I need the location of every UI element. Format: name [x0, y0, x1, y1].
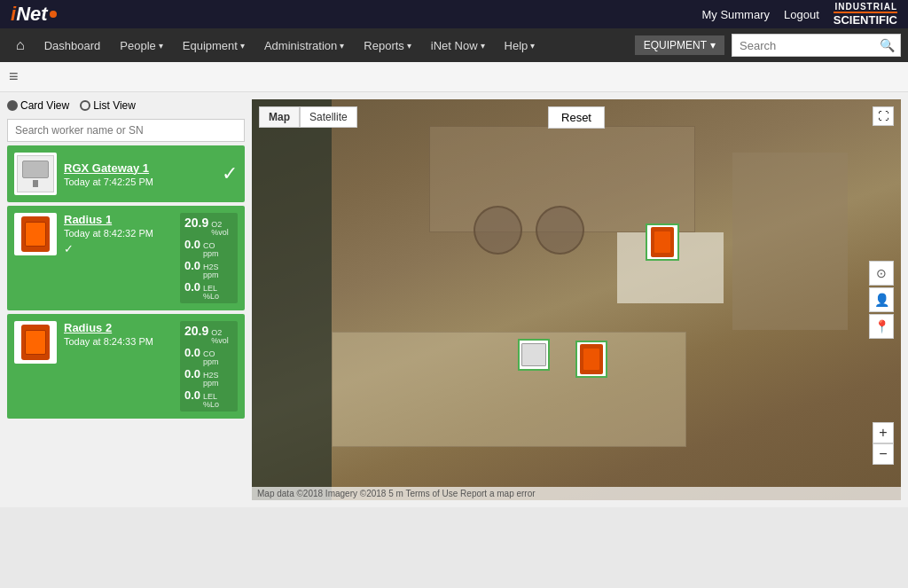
gateway-info: RGX Gateway 1 Today at 7:42:25 PM: [64, 161, 215, 187]
administration-arrow-icon: ▾: [340, 41, 344, 51]
zoom-out-btn[interactable]: −: [873, 443, 894, 465]
radius1-map-marker[interactable]: [646, 223, 679, 261]
gateway-time: Today at 7:42:25 PM: [64, 176, 215, 187]
top-header: i Net My Summary Logout INDUSTRIAL SCIEN…: [0, 0, 908, 28]
map-view-toggle: Map Satellite: [259, 106, 357, 128]
list-view-radio[interactable]: [80, 100, 90, 111]
equipment-dropdown-arrow: ▾: [710, 39, 716, 51]
logo: i Net: [11, 3, 57, 26]
gateway-device-image: [14, 153, 57, 195]
radius2-readings: 20.9 O2%vol 0.0 COppm 0.0 H2Sppm 0.0 LEL…: [180, 321, 238, 412]
menu-icon[interactable]: ≡: [9, 67, 19, 86]
main-content: Card View List View RGX Gateway 1 Today …: [0, 92, 908, 507]
radius2-time: Today at 8:24:33 PM: [64, 336, 173, 347]
map-side-controls: ⊙ 👤 📍: [869, 261, 894, 339]
search-box: 🔍: [732, 34, 901, 57]
search-button[interactable]: 🔍: [874, 35, 900, 56]
toolbar: ≡: [0, 62, 908, 92]
list-view-option[interactable]: List View: [80, 99, 136, 112]
equipment-dropdown-btn[interactable]: EQUIPMENT ▾: [635, 35, 724, 55]
radius1-readings: 20.9 O2%vol 0.0 COppm 0.0 H2Sppm 0.0 LEL…: [180, 213, 238, 303]
map-view-btn[interactable]: Map: [259, 106, 300, 128]
reading-co: 0.0 COppm: [184, 238, 233, 258]
people-arrow-icon: ▾: [159, 41, 163, 51]
nav-inet-now[interactable]: iNet Now ▾: [422, 34, 494, 58]
map-zoom-controls: + −: [873, 422, 894, 465]
inet-now-arrow-icon: ▾: [481, 41, 485, 51]
card-view-option[interactable]: Card View: [7, 99, 69, 112]
logout-link[interactable]: Logout: [784, 8, 819, 21]
gateway-name: RGX Gateway 1: [64, 161, 215, 175]
radius1-time: Today at 8:42:32 PM: [64, 228, 173, 239]
radius1-name: Radius 1: [64, 213, 173, 226]
industrial-scientific-logo: INDUSTRIAL SCIENTIFIC: [834, 2, 897, 27]
r2-reading-o2: 20.9 O2%vol: [184, 324, 233, 345]
map-pin-icon[interactable]: 📍: [869, 314, 894, 339]
nav-people[interactable]: People ▾: [111, 34, 171, 58]
radius1-device-image: [14, 213, 57, 255]
radius1-check: ✓: [64, 242, 173, 255]
map-target-icon[interactable]: ⊙: [869, 261, 894, 286]
satellite-view-btn[interactable]: Satellite: [300, 106, 357, 128]
radius2-card[interactable]: Radius 2 Today at 8:24:33 PM 20.9 O2%vol…: [7, 314, 245, 419]
map-reset-btn[interactable]: Reset: [548, 106, 605, 129]
reading-lel: 0.0 LEL%Lo: [184, 280, 233, 301]
r2-reading-h2s: 0.0 H2Sppm: [184, 367, 233, 388]
map-footer: Map data ©2018 Imagery ©2018 5 m Terms o…: [252, 487, 901, 500]
nav-bar: ⌂ Dashboard People ▾ Equipment ▾ Adminis…: [0, 28, 908, 62]
radius1-card[interactable]: Radius 1 Today at 8:42:32 PM ✓ 20.9 O2%v…: [7, 206, 245, 310]
zoom-in-btn[interactable]: +: [873, 422, 894, 443]
card-view-radio[interactable]: [7, 100, 18, 111]
nav-dashboard[interactable]: Dashboard: [35, 34, 110, 58]
nav-equipment[interactable]: Equipment ▾: [174, 34, 254, 58]
nav-right-section: EQUIPMENT ▾ 🔍: [635, 34, 901, 57]
map-people-icon[interactable]: 👤: [869, 287, 894, 312]
search-input[interactable]: [732, 35, 874, 56]
inet-logo: i Net: [11, 3, 57, 26]
map-container: Map Satellite Reset ⛶: [252, 99, 901, 500]
logo-dot: [50, 11, 57, 18]
my-summary-link[interactable]: My Summary: [701, 8, 770, 21]
view-toggle: Card View List View: [7, 99, 245, 112]
nav-reports[interactable]: Reports ▾: [355, 34, 420, 58]
reports-arrow-icon: ▾: [407, 41, 411, 51]
worker-search-input[interactable]: [7, 119, 245, 142]
radius1-info: Radius 1 Today at 8:42:32 PM ✓: [64, 213, 173, 255]
fullscreen-btn[interactable]: ⛶: [873, 106, 894, 126]
gateway-map-marker[interactable]: [518, 339, 550, 371]
r2-reading-lel: 0.0 LEL%Lo: [184, 388, 233, 409]
equipment-arrow-icon: ▾: [240, 41, 245, 51]
top-nav-right: My Summary Logout INDUSTRIAL SCIENTIFIC: [701, 2, 897, 27]
sidebar: Card View List View RGX Gateway 1 Today …: [7, 99, 245, 500]
gateway-card[interactable]: RGX Gateway 1 Today at 7:42:25 PM ✓: [7, 145, 245, 202]
radius2-map-marker[interactable]: [575, 341, 607, 378]
reading-o2: 20.9 O2%vol: [184, 216, 233, 237]
nav-help[interactable]: Help ▾: [496, 34, 544, 58]
radius2-info: Radius 2 Today at 8:24:33 PM: [64, 321, 173, 347]
reading-h2s: 0.0 H2Sppm: [184, 259, 233, 279]
help-arrow-icon: ▾: [530, 41, 535, 51]
map-aerial-view[interactable]: Map Satellite Reset ⛶: [252, 99, 901, 500]
nav-administration[interactable]: Administration ▾: [255, 34, 353, 58]
radius2-name: Radius 2: [64, 321, 173, 334]
gateway-check-icon: ✓: [222, 162, 238, 185]
home-nav-item[interactable]: ⌂: [7, 32, 34, 59]
radius2-device-image: [14, 321, 57, 364]
r2-reading-co: 0.0 COppm: [184, 346, 233, 366]
